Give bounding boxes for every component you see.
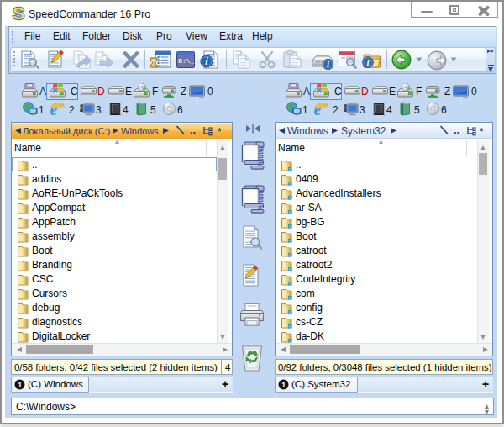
svg-text:1: 1 (18, 380, 23, 389)
svg-text:S: S (13, 3, 24, 23)
svg-text:i: i (205, 55, 208, 67)
svg-text:1: 1 (281, 380, 286, 389)
svg-text:C:\_: C:\_ (178, 57, 194, 65)
svg-text:i: i (327, 59, 329, 69)
